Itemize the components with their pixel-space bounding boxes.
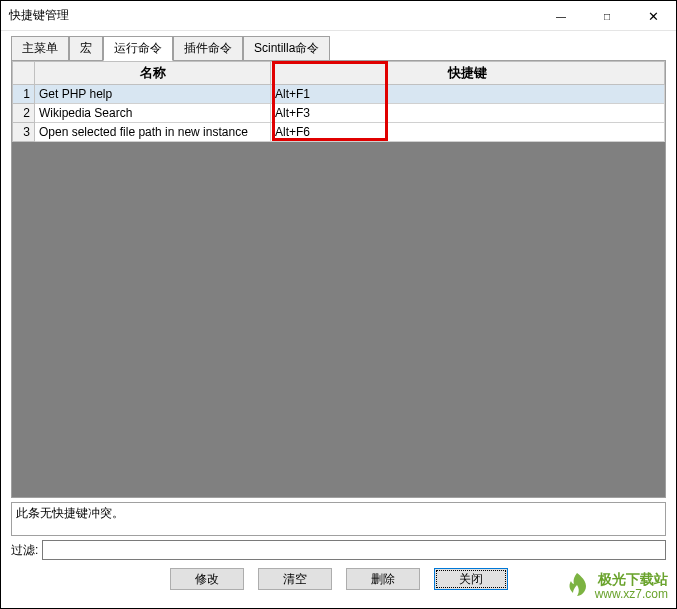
table-row[interactable]: 3 Open selected file path in new instanc…: [13, 123, 665, 142]
row-shortcut: Alt+F1: [271, 85, 665, 104]
modify-button[interactable]: 修改: [170, 568, 244, 590]
col-header-shortcut[interactable]: 快捷键: [271, 62, 665, 85]
row-name: Get PHP help: [35, 85, 271, 104]
tab-macro[interactable]: 宏: [69, 36, 103, 61]
row-shortcut: Alt+F3: [271, 104, 665, 123]
table-row[interactable]: 1 Get PHP help Alt+F1: [13, 85, 665, 104]
minimize-button[interactable]: ―: [538, 1, 584, 31]
row-name: Wikipedia Search: [35, 104, 271, 123]
row-number: 2: [13, 104, 35, 123]
tab-plugin-command[interactable]: 插件命令: [173, 36, 243, 61]
tab-main-menu[interactable]: 主菜单: [11, 36, 69, 61]
shortcut-table: 名称 快捷键 1 Get PHP help Alt+F1 2 Wikipedia…: [12, 61, 665, 142]
tab-scintilla-command[interactable]: Scintilla命令: [243, 36, 330, 61]
titlebar: 快捷键管理 ― □ ✕: [1, 1, 676, 31]
filter-row: 过滤:: [11, 540, 666, 560]
col-header-name[interactable]: 名称: [35, 62, 271, 85]
tab-run-command[interactable]: 运行命令: [103, 36, 173, 61]
col-header-num[interactable]: [13, 62, 35, 85]
clear-button[interactable]: 清空: [258, 568, 332, 590]
conflict-status: 此条无快捷键冲突。: [11, 502, 666, 536]
delete-button[interactable]: 删除: [346, 568, 420, 590]
status-text: 此条无快捷键冲突。: [16, 506, 124, 520]
filter-label: 过滤:: [11, 542, 38, 559]
shortcut-table-container: 名称 快捷键 1 Get PHP help Alt+F1 2 Wikipedia…: [11, 60, 666, 498]
table-row[interactable]: 2 Wikipedia Search Alt+F3: [13, 104, 665, 123]
row-number: 3: [13, 123, 35, 142]
filter-input[interactable]: [42, 540, 666, 560]
window-title: 快捷键管理: [9, 7, 538, 24]
row-name: Open selected file path in new instance: [35, 123, 271, 142]
window-controls: ― □ ✕: [538, 1, 676, 30]
button-row: 修改 清空 删除 关闭: [1, 568, 676, 590]
maximize-button[interactable]: □: [584, 1, 630, 31]
tab-bar: 主菜单 宏 运行命令 插件命令 Scintilla命令: [1, 31, 676, 60]
close-button[interactable]: ✕: [630, 1, 676, 31]
close-dialog-button[interactable]: 关闭: [434, 568, 508, 590]
row-number: 1: [13, 85, 35, 104]
row-shortcut: Alt+F6: [271, 123, 665, 142]
